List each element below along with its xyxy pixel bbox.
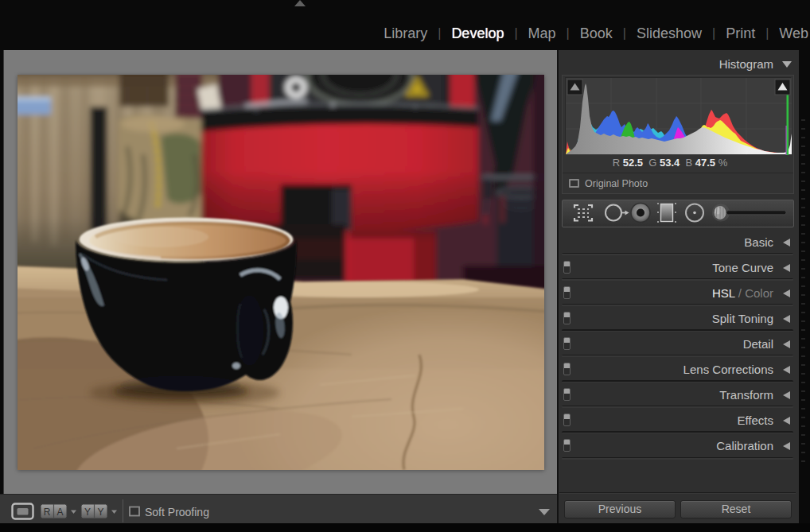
svg-text:Y: Y: [97, 507, 103, 518]
svg-text:R: R: [44, 507, 51, 518]
svg-text:Y: Y: [84, 507, 91, 518]
svg-text:Soft Proofing: Soft Proofing: [145, 506, 209, 518]
svg-text:A: A: [56, 507, 63, 518]
